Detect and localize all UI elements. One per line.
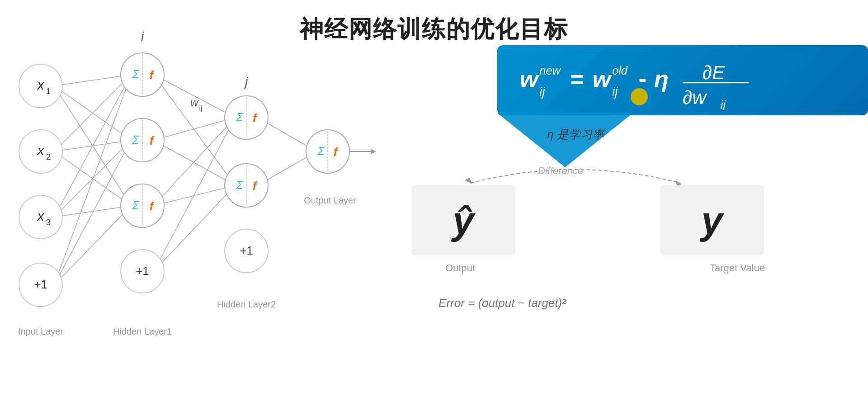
neural-network-diagram: x 1 x 2 x 3 +1 Σ f Σ f Σ f +1 i w ij j Σ… bbox=[0, 0, 393, 371]
svg-text:Σ: Σ bbox=[132, 133, 140, 146]
svg-line-10 bbox=[54, 140, 131, 285]
svg-line-7 bbox=[54, 140, 131, 217]
formula-box: w ij new = w ij old - η ∂E ∂w ij bbox=[497, 45, 868, 115]
svg-text:ij: ij bbox=[721, 99, 726, 110]
svg-line-18 bbox=[154, 118, 235, 271]
svg-text:x: x bbox=[37, 208, 45, 223]
output-label: Output bbox=[445, 262, 475, 274]
svg-text:Σ: Σ bbox=[132, 198, 140, 212]
svg-text:=: = bbox=[571, 65, 585, 92]
svg-text:ij: ij bbox=[199, 104, 202, 112]
svg-text:ij: ij bbox=[612, 85, 618, 99]
svg-text:new: new bbox=[539, 64, 561, 77]
svg-text:∂w: ∂w bbox=[683, 86, 708, 108]
svg-line-0 bbox=[54, 75, 131, 86]
svg-text:x: x bbox=[37, 77, 45, 92]
svg-text:1: 1 bbox=[46, 87, 51, 96]
svg-line-6 bbox=[54, 75, 131, 217]
svg-text:Hidden Layer2: Hidden Layer2 bbox=[217, 299, 276, 309]
svg-line-14 bbox=[154, 118, 235, 140]
svg-line-13 bbox=[154, 75, 235, 185]
target-label: Target Value bbox=[710, 262, 765, 274]
svg-text:η: η bbox=[654, 65, 669, 92]
svg-line-16 bbox=[154, 118, 235, 206]
svg-text:w: w bbox=[592, 65, 612, 92]
svg-text:Difference: Difference bbox=[538, 165, 583, 176]
svg-text:w: w bbox=[190, 96, 199, 109]
svg-text:Σ: Σ bbox=[132, 67, 140, 81]
right-panel: w ij new = w ij old - η ∂E ∂w ij η 是学习率 bbox=[393, 36, 868, 407]
svg-text:w: w bbox=[519, 65, 539, 92]
svg-text:+1: +1 bbox=[34, 278, 47, 291]
svg-text:Hidden Layer1: Hidden Layer1 bbox=[113, 326, 172, 336]
error-formula: Error = (output − target)² bbox=[439, 296, 566, 310]
svg-text:2: 2 bbox=[46, 152, 51, 161]
comparison-area: ŷ y bbox=[411, 185, 764, 255]
lr-label: η 是学习率 bbox=[547, 127, 604, 142]
output-box: ŷ bbox=[411, 185, 515, 255]
svg-text:Σ: Σ bbox=[317, 144, 325, 158]
target-box: y bbox=[660, 185, 764, 255]
svg-text:3: 3 bbox=[46, 218, 51, 227]
svg-line-17 bbox=[154, 185, 235, 206]
svg-marker-23 bbox=[371, 149, 376, 154]
svg-line-3 bbox=[54, 75, 131, 151]
svg-text:+1: +1 bbox=[136, 264, 149, 278]
svg-text:+1: +1 bbox=[240, 244, 253, 257]
svg-text:Output Layer: Output Layer bbox=[304, 195, 356, 205]
svg-text:Σ: Σ bbox=[236, 110, 244, 124]
svg-text:∂E: ∂E bbox=[703, 61, 725, 83]
svg-line-11 bbox=[54, 206, 131, 285]
svg-text:Input Layer: Input Layer bbox=[18, 326, 63, 336]
svg-line-9 bbox=[54, 75, 131, 285]
svg-line-19 bbox=[154, 185, 235, 271]
target-symbol: y bbox=[701, 201, 722, 240]
svg-marker-91 bbox=[465, 178, 473, 184]
svg-line-15 bbox=[154, 140, 235, 185]
cursor-dot bbox=[631, 88, 648, 105]
svg-text:j: j bbox=[243, 75, 248, 89]
svg-text:ij: ij bbox=[539, 85, 545, 99]
svg-text:x: x bbox=[37, 143, 45, 158]
svg-line-8 bbox=[54, 206, 131, 217]
svg-text:Σ: Σ bbox=[236, 178, 244, 192]
svg-text:-: - bbox=[639, 64, 647, 91]
svg-text:old: old bbox=[612, 64, 628, 77]
output-symbol: ŷ bbox=[453, 201, 474, 240]
svg-text:i: i bbox=[141, 29, 144, 43]
